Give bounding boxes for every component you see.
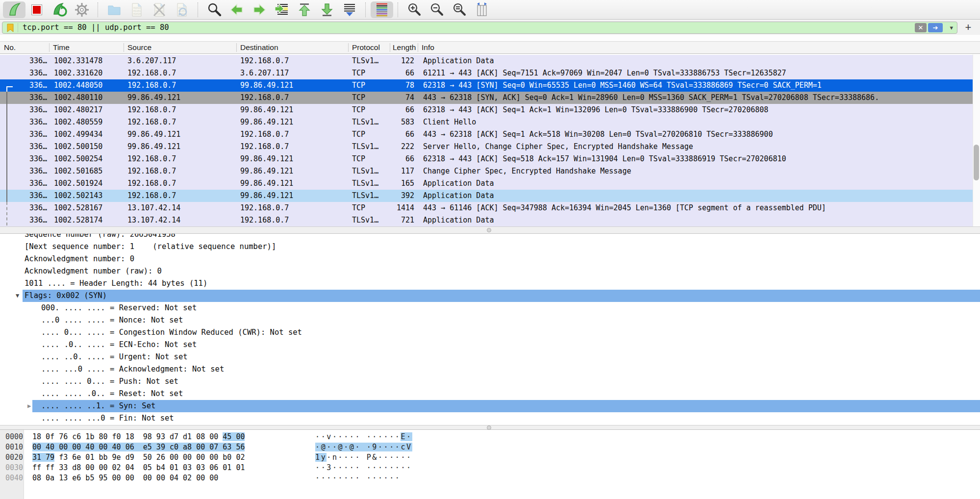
detail-line[interactable]: .... ...0 .... = Acknowledgment: Not set <box>0 363 980 375</box>
column-header-time[interactable]: Time <box>53 42 122 53</box>
detail-line[interactable]: .... .... ...0 = Fin: Not set <box>0 412 980 424</box>
zoom-reset-icon[interactable] <box>448 1 471 18</box>
packet-row[interactable]: 336…1002.501924192.168.0.799.86.49.121TL… <box>0 177 973 190</box>
toolbar-separator <box>198 2 199 17</box>
column-resize-handle[interactable] <box>236 43 237 52</box>
packet-row[interactable]: 336…1002.49943499.86.49.121192.168.0.7TC… <box>0 128 973 141</box>
hex-row[interactable]: 000018 0f 76 c6 1b 80 f0 18 98 93 d7 d1 … <box>0 432 980 442</box>
cell-source: 192.168.0.7 <box>127 153 235 165</box>
packet-list-scrollbar-track[interactable] <box>973 54 980 226</box>
column-header-source[interactable]: Source <box>127 42 235 53</box>
detail-text: 000. .... .... = Reserved: Not set <box>41 302 197 314</box>
cell-protocol: TLSv1… <box>352 55 388 67</box>
auto-scroll-icon[interactable] <box>338 1 361 18</box>
packet-bytes-pane[interactable]: 000018 0f 76 c6 1b 80 f0 18 98 93 d7 d1 … <box>0 430 980 499</box>
hex-row[interactable]: 002031 79 f3 6e 01 bb 9e d9 50 26 00 00 … <box>0 452 980 463</box>
detail-text: Flags: 0x002 (SYN) <box>25 290 107 302</box>
detail-text: .... 0... .... = Congestion Window Reduc… <box>41 326 302 339</box>
cell-source: 192.168.0.7 <box>127 190 235 202</box>
go-to-last-icon[interactable] <box>316 1 338 18</box>
column-header-no[interactable]: No. <box>4 42 47 53</box>
packet-row[interactable]: 336…1002.480217192.168.0.799.86.49.121TC… <box>0 104 973 116</box>
detail-line[interactable]: [Next sequence number: 1 (relative seque… <box>0 241 980 253</box>
detail-line[interactable]: Acknowledgment number: 0 <box>0 253 980 265</box>
hex-row[interactable]: 004008 0a 13 e6 b5 95 00 00 00 00 04 02 … <box>0 473 980 483</box>
splitter-list-details[interactable] <box>0 226 980 234</box>
bytes-text: ··v····· ······ <box>315 432 401 441</box>
filter-apply-button[interactable]: ➔ <box>928 23 943 32</box>
bytes-text: f3 6e 01 bb 9e d9 50 26 00 00 00 00 b0 0… <box>54 453 245 462</box>
packet-row[interactable]: 336…1002.500254192.168.0.799.86.49.121TC… <box>0 153 973 165</box>
packet-row[interactable]: 336…1002.3314783.6.207.117192.168.0.7TLS… <box>0 55 973 67</box>
detail-line[interactable]: .... .... 0... = Push: Not set <box>0 375 980 388</box>
stop-capture-icon[interactable] <box>25 1 48 18</box>
packet-row[interactable]: 336…1002.448050192.168.0.799.86.49.121TC… <box>0 79 973 92</box>
zoom-in-icon[interactable] <box>403 1 426 18</box>
column-resize-handle[interactable] <box>124 43 124 52</box>
detail-line[interactable]: 000. .... .... = Reserved: Not set <box>0 302 980 314</box>
packet-row[interactable]: 336…1002.331620192.168.0.73.6.207.117TCP… <box>0 67 973 79</box>
colorize-icon[interactable] <box>371 1 393 18</box>
zoom-out-icon[interactable] <box>426 1 448 18</box>
packet-row[interactable]: 336…1002.52816713.107.42.14192.168.0.7TC… <box>0 202 973 214</box>
restart-capture-icon[interactable] <box>48 1 71 18</box>
go-forward-icon[interactable] <box>248 1 271 18</box>
column-header-length[interactable]: Length <box>393 42 417 53</box>
column-resize-handle[interactable] <box>418 43 418 52</box>
cell-source: 3.6.207.117 <box>127 55 235 67</box>
packet-list-scrollbar-thumb[interactable] <box>974 145 979 180</box>
detail-line[interactable]: .... .... .0.. = Reset: Not set <box>0 388 980 400</box>
detail-text: .... .... ...0 = Fin: Not set <box>41 412 174 424</box>
find-packet-icon[interactable] <box>203 1 226 18</box>
detail-line[interactable]: ▼Flags: 0x002 (SYN) <box>0 290 980 302</box>
expander-collapsed-icon[interactable]: ▶ <box>27 400 31 412</box>
column-resize-handle[interactable] <box>390 43 390 52</box>
capture-options-icon[interactable] <box>71 1 93 18</box>
column-resize-handle[interactable] <box>49 43 50 52</box>
packet-row[interactable]: 336…1002.50015099.86.49.121192.168.0.7TL… <box>0 141 973 153</box>
filter-bookmark-icon[interactable] <box>6 24 14 32</box>
detail-line[interactable]: ...0 .... .... = Nonce: Not set <box>0 314 980 326</box>
hex-row[interactable]: 0030ff ff 33 d8 00 00 02 04 05 b4 01 03 … <box>0 463 980 473</box>
filter-clear-button[interactable]: ✕ <box>915 23 927 32</box>
filter-add-button[interactable]: + <box>962 20 974 35</box>
packet-row[interactable]: 336…1002.52817413.107.42.14192.168.0.7TL… <box>0 214 973 226</box>
packet-row[interactable]: 336…1002.502143192.168.0.799.86.49.121TL… <box>0 190 973 202</box>
expander-open-icon[interactable]: ▼ <box>16 290 19 302</box>
detail-line[interactable]: Acknowledgment number (raw): 0 <box>0 265 980 277</box>
detail-text: Acknowledgment number: 0 <box>25 253 134 265</box>
go-to-packet-icon[interactable] <box>271 1 293 18</box>
detail-line[interactable]: Sequence number (raw): 2665041958 <box>0 234 980 241</box>
hex-row[interactable]: 001000 40 00 00 40 00 40 06 e5 39 c0 a8 … <box>0 442 980 452</box>
packet-list[interactable]: 336…1002.3314783.6.207.117192.168.0.7TLS… <box>0 54 980 226</box>
display-filter-input[interactable]: tcp.port == 80 || udp.port == 80 ✕ ➔ ▾ <box>2 22 957 34</box>
cell-info: Application Data <box>423 190 972 202</box>
cell-destination: 99.86.49.121 <box>240 79 346 92</box>
packet-row[interactable]: 336…1002.480559192.168.0.799.86.49.121TL… <box>0 116 973 128</box>
detail-line[interactable]: 1011 .... = Header Length: 44 bytes (11) <box>0 277 980 290</box>
packet-row[interactable]: 336…1002.501685192.168.0.799.86.49.121TL… <box>0 165 973 177</box>
start-capture-icon[interactable] <box>3 1 25 18</box>
packet-details-pane[interactable]: Sequence number (raw): 2665041958[Next s… <box>0 234 980 425</box>
go-to-first-icon[interactable] <box>293 1 316 18</box>
cell-length: 1414 <box>390 202 414 214</box>
column-resize-handle[interactable] <box>348 43 349 52</box>
detail-line[interactable]: ▶.... .... ..1. = Syn: Set <box>0 400 980 412</box>
cell-source: 99.86.49.121 <box>127 92 235 104</box>
column-header-info[interactable]: Info <box>422 42 520 53</box>
go-back-icon[interactable] <box>226 1 248 18</box>
column-header-protocol[interactable]: Protocol <box>352 42 388 53</box>
hex-offset: 0020 <box>5 452 23 463</box>
detail-line[interactable]: .... .0.. .... = ECN-Echo: Not set <box>0 339 980 351</box>
detail-line[interactable]: .... ..0. .... = Urgent: Not set <box>0 351 980 363</box>
filter-dropdown-icon[interactable]: ▾ <box>950 22 953 33</box>
splitter-details-bytes[interactable] <box>0 425 980 430</box>
ascii-bytes: 1y·n···· P&······ <box>315 452 412 463</box>
detail-line[interactable]: .... 0... .... = Congestion Window Reduc… <box>0 326 980 339</box>
bytes-text: ·n···· P&······ <box>327 453 412 462</box>
cell-protocol: TLSv1… <box>352 190 388 202</box>
resize-columns-icon[interactable] <box>471 1 493 18</box>
column-header-destination[interactable]: Destination <box>240 42 348 53</box>
hex-bytes: 08 0a 13 e6 b5 95 00 00 00 00 04 02 00 0… <box>32 473 218 483</box>
packet-row[interactable]: 336…1002.48011099.86.49.121192.168.0.7TC… <box>0 92 973 104</box>
